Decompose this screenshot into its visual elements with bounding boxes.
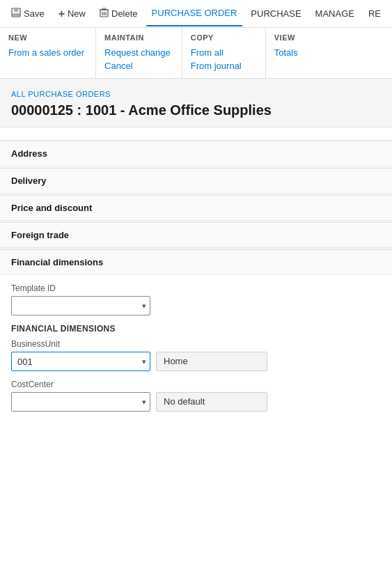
template-id-field-group: Template ID ▾ — [11, 283, 381, 315]
manage-tab[interactable]: MANAGE — [310, 1, 360, 26]
content-area: ALL PURCHASE ORDERS 00000125 : 1001 - Ac… — [0, 79, 392, 431]
template-id-label: Template ID — [11, 283, 381, 293]
menu-item-request-change[interactable]: Request change — [104, 46, 171, 59]
section-address: Address — [0, 141, 392, 166]
business-unit-text-value: Home — [156, 352, 267, 371]
section-financial-dimensions: Financial dimensions Template ID ▾ FINAN… — [0, 249, 392, 431]
re-tab[interactable]: RE — [363, 1, 386, 26]
delete-button[interactable]: Delete — [94, 1, 143, 26]
manage-label: MANAGE — [315, 8, 354, 19]
business-unit-field-group: BusinessUnit 001 ▾ Home — [11, 339, 381, 371]
business-unit-row: 001 ▾ Home — [11, 352, 381, 371]
section-price-discount: Price and discount — [0, 195, 392, 221]
menu-item-cancel[interactable]: Cancel — [104, 59, 171, 72]
new-label: New — [68, 8, 86, 19]
purchase-tab[interactable]: PURCHASE — [245, 1, 306, 26]
breadcrumb[interactable]: ALL PURCHASE ORDERS — [0, 84, 392, 100]
purchase-order-tab[interactable]: PURCHASE ORDER — [146, 1, 243, 26]
section-foreign-trade: Foreign trade — [0, 222, 392, 248]
menu-group-new-title: NEW — [8, 33, 84, 42]
template-id-wrapper: ▾ — [11, 296, 150, 315]
menu-item-from-journal[interactable]: From journal — [191, 59, 254, 72]
new-button[interactable]: + New — [53, 1, 91, 26]
cost-center-select[interactable] — [11, 392, 150, 412]
cost-center-label: CostCenter — [11, 380, 381, 389]
purchase-label: PURCHASE — [251, 8, 301, 19]
menu-group-new: NEW From a sales order — [0, 28, 96, 78]
template-id-select[interactable] — [11, 296, 150, 315]
menu-group-copy-title: COPY — [191, 33, 254, 42]
delete-icon — [100, 8, 109, 19]
section-foreign-trade-header[interactable]: Foreign trade — [0, 223, 392, 248]
section-address-label: Address — [11, 148, 47, 159]
delete-label: Delete — [111, 8, 138, 19]
section-address-header[interactable]: Address — [0, 141, 392, 166]
toolbar: Save + New Delete PURCHASE ORDER PURCHAS… — [0, 0, 392, 28]
re-label: RE — [368, 8, 381, 19]
cost-center-text-value: No default — [156, 392, 267, 412]
save-icon — [11, 8, 21, 19]
menu-strip: NEW From a sales order MAINTAIN Request … — [0, 28, 392, 79]
business-unit-select[interactable]: 001 — [11, 352, 150, 371]
business-unit-label: BusinessUnit — [11, 339, 381, 349]
menu-group-maintain: MAINTAIN Request change Cancel — [96, 28, 182, 78]
svg-rect-2 — [13, 13, 19, 16]
business-unit-select-wrapper: 001 ▾ — [11, 352, 150, 371]
new-icon: + — [58, 8, 65, 20]
section-delivery-header[interactable]: Delivery — [0, 169, 392, 194]
save-button[interactable]: Save — [6, 1, 50, 26]
fin-dim-heading: FINANCIAL DIMENSIONS — [11, 324, 381, 334]
menu-group-copy: COPY From all From journal — [182, 28, 266, 78]
save-label: Save — [24, 8, 45, 19]
svg-rect-1 — [14, 8, 18, 12]
svg-rect-8 — [102, 8, 106, 10]
purchase-order-label: PURCHASE ORDER — [152, 8, 237, 18]
top-card — [0, 127, 392, 139]
page-title: 00000125 : 1001 - Acme Office Supplies — [0, 100, 392, 127]
menu-group-view-title: VIEW — [274, 33, 338, 42]
cost-center-field-group: CostCenter ▾ No default — [11, 380, 381, 412]
section-price-discount-header[interactable]: Price and discount — [0, 196, 392, 221]
section-price-discount-label: Price and discount — [11, 203, 92, 213]
menu-item-from-sales-order[interactable]: From a sales order — [8, 46, 84, 59]
section-delivery: Delivery — [0, 168, 392, 194]
section-financial-dimensions-header[interactable]: Financial dimensions — [0, 250, 392, 275]
cost-center-select-wrapper: ▾ — [11, 392, 150, 412]
cost-center-row: ▾ No default — [11, 392, 381, 412]
section-financial-dimensions-label: Financial dimensions — [11, 257, 103, 267]
menu-item-from-all[interactable]: From all — [191, 46, 254, 59]
menu-group-maintain-title: MAINTAIN — [104, 33, 171, 42]
section-foreign-trade-label: Foreign trade — [11, 230, 69, 240]
menu-item-totals[interactable]: Totals — [274, 46, 338, 59]
menu-group-view: VIEW Totals — [266, 28, 350, 78]
financial-dimensions-body: Template ID ▾ FINANCIAL DIMENSIONS Busin… — [0, 275, 392, 431]
section-delivery-label: Delivery — [11, 175, 47, 186]
